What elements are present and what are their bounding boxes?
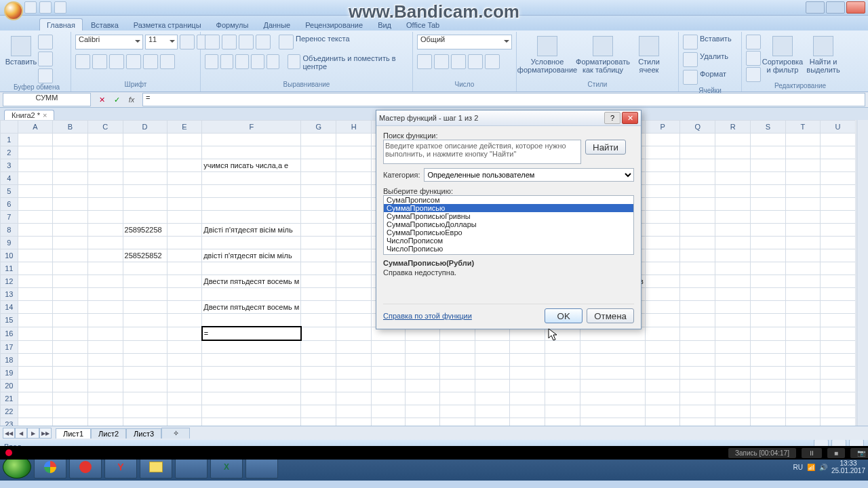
cell-A4[interactable] [18,172,53,185]
cell-G10[interactable] [301,249,336,262]
cell-C18[interactable] [87,354,123,367]
cell-F8[interactable]: Двісті п'ятдесят вісім міль [202,224,301,237]
cell-P19[interactable] [645,367,680,380]
cell-F17[interactable] [202,340,301,354]
italic-icon[interactable] [92,54,107,69]
wrap-text-icon[interactable] [279,35,294,49]
cell-P12[interactable] [645,275,680,288]
cell-A9[interactable] [18,237,53,249]
cell-N20[interactable] [545,380,580,392]
cell-O21[interactable] [580,392,646,405]
cell-B17[interactable] [53,340,88,354]
cell-D14[interactable] [123,301,167,314]
cell-T4[interactable] [785,172,820,185]
align-middle-icon[interactable] [222,35,237,49]
cell-U18[interactable] [821,354,856,367]
cell-U6[interactable] [821,198,856,211]
cell-M21[interactable] [510,392,545,405]
cancel-formula-icon[interactable]: ✕ [95,93,108,106]
cell-R2[interactable] [715,146,751,159]
record-screenshot-icon[interactable]: 📷 [850,448,868,458]
cell-A15[interactable] [18,314,53,327]
cell-N21[interactable] [545,392,580,405]
cell-R10[interactable] [715,249,751,262]
bold-icon[interactable] [75,54,90,69]
cell-R4[interactable] [715,172,751,185]
cell-R20[interactable] [715,380,751,392]
cell-C10[interactable] [87,249,123,262]
cell-D18[interactable] [123,354,167,367]
cell-U15[interactable] [821,314,856,327]
cell-A10[interactable] [18,249,53,262]
vertical-scrollbar[interactable] [856,120,868,426]
cell-R13[interactable] [715,288,751,301]
cell-R17[interactable] [715,340,751,354]
search-function-input[interactable]: Введите краткое описание действия, котор… [383,140,581,164]
maximize-button[interactable] [826,1,845,14]
cell-G12[interactable] [301,275,336,288]
cell-P4[interactable] [645,172,680,185]
cell-D8[interactable]: 258952258 [123,224,167,237]
fill-color-icon[interactable] [143,54,158,69]
cell-P20[interactable] [645,380,680,392]
cell-B18[interactable] [53,354,88,367]
tab-data[interactable]: Данные [256,19,297,30]
cell-F7[interactable] [202,211,301,224]
cell-Q10[interactable] [680,249,715,262]
cell-P6[interactable] [645,198,680,211]
cell-H14[interactable] [336,301,372,314]
cell-E1[interactable] [167,134,202,146]
cell-P21[interactable] [645,392,680,405]
cell-F1[interactable] [202,134,301,146]
cell-C2[interactable] [87,146,123,159]
cell-Q6[interactable] [680,198,715,211]
format-cells-icon[interactable] [683,70,698,85]
cell-K17[interactable] [440,340,475,354]
cell-R5[interactable] [715,185,751,198]
cell-S22[interactable] [751,405,786,418]
cell-S5[interactable] [751,185,786,198]
align-right-icon[interactable] [235,54,249,69]
cell-T15[interactable] [785,314,820,327]
cell-Q12[interactable] [680,275,715,288]
cell-B11[interactable] [53,262,88,275]
dialog-help-button[interactable]: ? [604,112,620,124]
sheet-tab[interactable]: Лист3 [126,428,161,439]
font-name-combo[interactable]: Calibri [75,35,143,49]
sheet-nav-first-icon[interactable]: ◀◀ [3,428,15,439]
number-format-combo[interactable]: Общий [417,35,512,49]
cell-F10[interactable]: двісті п'ятдесят вісім міль [202,249,301,262]
function-item[interactable]: СумаПрописом [384,196,633,204]
cell-Q9[interactable] [680,237,715,249]
cell-E7[interactable] [167,211,202,224]
cell-P7[interactable] [645,211,680,224]
dialog-titlebar[interactable]: Мастер функций - шаг 1 из 2 ? ✕ [376,110,641,126]
cell-C22[interactable] [87,405,123,418]
cell-S17[interactable] [751,340,786,354]
cell-Q20[interactable] [680,380,715,392]
inc-decimal-icon[interactable] [468,54,483,69]
cell-H2[interactable] [336,146,372,159]
cell-H22[interactable] [336,405,372,418]
cell-T6[interactable] [785,198,820,211]
cell-A16[interactable] [18,327,53,340]
cell-R21[interactable] [715,392,751,405]
cell-U12[interactable] [821,275,856,288]
record-stop-icon[interactable]: ■ [827,448,845,458]
cell-L20[interactable] [475,380,510,392]
cell-H5[interactable] [336,185,372,198]
cell-R6[interactable] [715,198,751,211]
cell-A19[interactable] [18,367,53,380]
cell-B7[interactable] [53,211,88,224]
cell-F16[interactable]: = [202,327,301,340]
cancel-button[interactable]: Отмена [587,308,634,323]
cell-F5[interactable] [202,185,301,198]
cell-A20[interactable] [18,380,53,392]
cell-U5[interactable] [821,185,856,198]
cell-R14[interactable] [715,301,751,314]
cell-B5[interactable] [53,185,88,198]
function-item[interactable]: СуммаПрописьюЕвро [384,228,633,237]
cell-B14[interactable] [53,301,88,314]
cell-R19[interactable] [715,367,751,380]
cell-C7[interactable] [87,211,123,224]
